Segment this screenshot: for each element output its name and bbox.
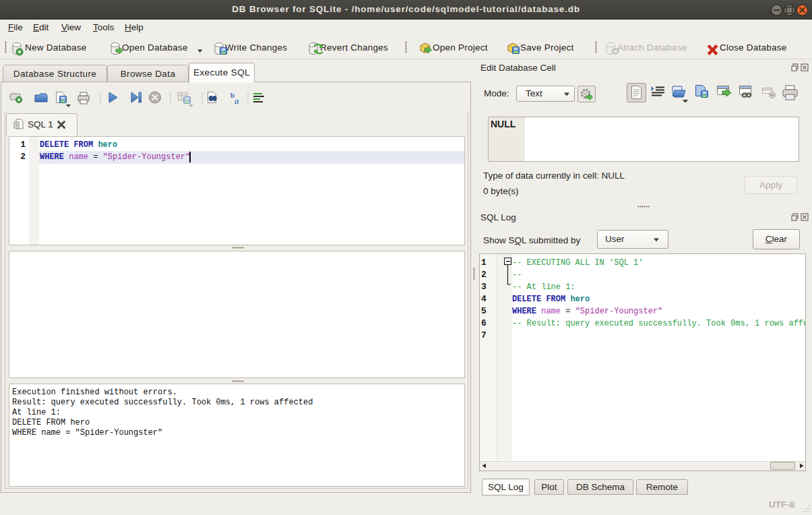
svg-text:a: a <box>235 96 239 106</box>
